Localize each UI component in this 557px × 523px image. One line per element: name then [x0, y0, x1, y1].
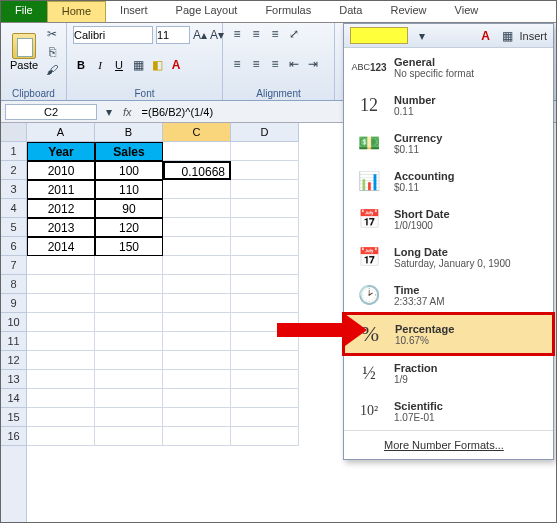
cell[interactable]	[163, 351, 231, 370]
cell[interactable]	[231, 351, 299, 370]
cell[interactable]: 90	[95, 199, 163, 218]
cell[interactable]	[163, 237, 231, 256]
cell[interactable]: 2010	[27, 161, 95, 180]
cell[interactable]	[95, 370, 163, 389]
font-color-icon[interactable]: A	[168, 57, 184, 73]
paste-button[interactable]: Paste	[7, 33, 41, 71]
row-header[interactable]: 10	[1, 313, 26, 332]
row-header[interactable]: 12	[1, 351, 26, 370]
increase-font-icon[interactable]: A▴	[193, 27, 207, 43]
indent-dec-icon[interactable]: ⇤	[286, 56, 302, 72]
cell[interactable]	[27, 275, 95, 294]
tab-home[interactable]: Home	[47, 1, 106, 22]
format-time[interactable]: 🕑 Time2:33:37 AM	[344, 276, 553, 314]
orientation-icon[interactable]: ⤢	[286, 26, 302, 42]
cell[interactable]	[231, 389, 299, 408]
cut-icon[interactable]: ✂	[44, 26, 60, 42]
cell[interactable]	[163, 389, 231, 408]
format-scientific[interactable]: 10² Scientific1.07E-01	[344, 392, 553, 430]
cell[interactable]: 120	[95, 218, 163, 237]
cell[interactable]: Sales	[95, 142, 163, 161]
cell[interactable]	[27, 408, 95, 427]
underline-button[interactable]: U	[111, 59, 127, 71]
cell[interactable]	[163, 180, 231, 199]
tab-file[interactable]: File	[1, 1, 47, 22]
row-header[interactable]: 14	[1, 389, 26, 408]
select-all[interactable]	[1, 123, 26, 142]
align-top-icon[interactable]: ≡	[229, 26, 245, 42]
cell[interactable]	[27, 370, 95, 389]
cell[interactable]	[231, 199, 299, 218]
cell[interactable]	[231, 370, 299, 389]
tab-data[interactable]: Data	[325, 1, 376, 22]
row-header[interactable]: 3	[1, 180, 26, 199]
col-header[interactable]: B	[95, 123, 163, 141]
row-header[interactable]: 5	[1, 218, 26, 237]
cell[interactable]: 2012	[27, 199, 95, 218]
row-header[interactable]: 7	[1, 256, 26, 275]
indent-inc-icon[interactable]: ⇥	[305, 56, 321, 72]
cell[interactable]	[95, 332, 163, 351]
format-selector-box[interactable]	[350, 27, 408, 44]
tab-review[interactable]: Review	[376, 1, 440, 22]
row-header[interactable]: 15	[1, 408, 26, 427]
format-number[interactable]: 12 Number0.11	[344, 86, 553, 124]
copy-icon[interactable]: ⎘	[44, 44, 60, 60]
italic-button[interactable]: I	[92, 59, 108, 71]
cell[interactable]	[27, 313, 95, 332]
cell[interactable]	[95, 427, 163, 446]
cell[interactable]: 2014	[27, 237, 95, 256]
cell[interactable]	[27, 294, 95, 313]
tab-formulas[interactable]: Formulas	[251, 1, 325, 22]
format-general[interactable]: ABC123 GeneralNo specific format	[344, 48, 553, 86]
cell[interactable]	[163, 313, 231, 332]
cell[interactable]: 2011	[27, 180, 95, 199]
decrease-font-icon[interactable]: A▾	[210, 27, 224, 43]
font-color-a-icon[interactable]: A	[477, 28, 493, 44]
col-header[interactable]: C	[163, 123, 231, 141]
border-icon[interactable]: ▦	[130, 57, 146, 73]
cell[interactable]	[95, 389, 163, 408]
cell[interactable]	[231, 237, 299, 256]
cell[interactable]	[95, 275, 163, 294]
cell[interactable]	[231, 294, 299, 313]
cell[interactable]	[163, 427, 231, 446]
bold-button[interactable]: B	[73, 59, 89, 71]
col-header[interactable]: A	[27, 123, 95, 141]
cell[interactable]	[27, 427, 95, 446]
format-fraction[interactable]: ½ Fraction1/9	[344, 354, 553, 392]
cell[interactable]	[163, 332, 231, 351]
format-percentage[interactable]: % Percentage10.67%	[343, 313, 554, 355]
fill-color-icon[interactable]: ◧	[149, 57, 165, 73]
cell[interactable]: 2013	[27, 218, 95, 237]
cell[interactable]	[231, 161, 299, 180]
row-header[interactable]: 8	[1, 275, 26, 294]
row-header[interactable]: 13	[1, 370, 26, 389]
row-header[interactable]: 2	[1, 161, 26, 180]
cell[interactable]	[231, 180, 299, 199]
cell[interactable]	[27, 389, 95, 408]
name-box[interactable]: C2	[5, 104, 97, 120]
cell[interactable]	[95, 313, 163, 332]
align-bot-icon[interactable]: ≡	[267, 26, 283, 42]
format-long-date[interactable]: 📅 Long DateSaturday, January 0, 1900	[344, 238, 553, 276]
insert-cells-button[interactable]: ▦ Insert	[499, 28, 547, 44]
row-header[interactable]: 11	[1, 332, 26, 351]
cell[interactable]	[163, 370, 231, 389]
cell-selected[interactable]: 0.10668	[163, 161, 231, 180]
cell[interactable]	[231, 408, 299, 427]
cell[interactable]	[27, 351, 95, 370]
align-center-icon[interactable]: ≡	[248, 56, 264, 72]
format-painter-icon[interactable]: 🖌	[44, 62, 60, 78]
font-name-select[interactable]	[73, 26, 153, 44]
col-header[interactable]: D	[231, 123, 299, 141]
cell[interactable]	[95, 351, 163, 370]
fx-icon[interactable]: fx	[117, 106, 138, 118]
row-header[interactable]: 16	[1, 427, 26, 446]
align-mid-icon[interactable]: ≡	[248, 26, 264, 42]
cell[interactable]	[231, 218, 299, 237]
cell[interactable]	[163, 275, 231, 294]
tab-insert[interactable]: Insert	[106, 1, 162, 22]
row-header[interactable]: 9	[1, 294, 26, 313]
cell[interactable]	[231, 256, 299, 275]
